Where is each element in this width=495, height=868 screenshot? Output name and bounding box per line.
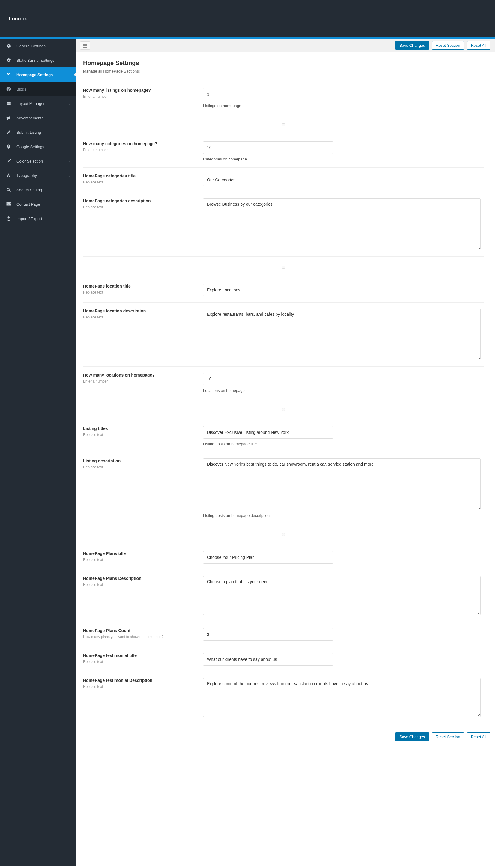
sidebar-item-blogs[interactable]: Blogs <box>0 82 76 96</box>
sidebar-item-label: Contact Page <box>17 202 40 207</box>
sidebar-item-homepage-settings[interactable]: Homepage Settings <box>0 68 76 82</box>
field-subtext: Replace text <box>83 465 196 469</box>
field-title: How many categories on homepage? <box>83 141 196 146</box>
field-title: HomePage testimonial Description <box>83 678 196 683</box>
app-brand: Loco <box>9 16 21 22</box>
field-subtext: Replace text <box>83 433 196 437</box>
sidebar-item-color-selection[interactable]: Color Selection ⌄ <box>0 154 76 168</box>
testimonial-desc-textarea[interactable] <box>203 678 481 717</box>
reset-section-button[interactable]: Reset Section <box>432 41 464 50</box>
field-testimonial-title: HomePage testimonial title Replace text <box>83 647 484 672</box>
field-listings-count: How many listings on homepage? Enter a n… <box>83 82 484 114</box>
field-plans-count: HomePage Plans Count How many plans you … <box>83 622 484 647</box>
field-title: HomePage location description <box>83 308 196 313</box>
field-title: HomePage location title <box>83 284 196 288</box>
sidebar-item-static-banner[interactable]: Static Banner settings <box>0 53 76 68</box>
save-changes-button[interactable]: Save Changes <box>395 41 429 50</box>
sidebar-item-label: Color Selection <box>17 159 43 163</box>
sidebar-item-label: Typography <box>17 173 37 178</box>
testimonial-title-input[interactable] <box>203 653 333 666</box>
section-divider <box>83 256 484 278</box>
sidebar-item-contact-page[interactable]: Contact Page <box>0 197 76 211</box>
sidebar-item-search-setting[interactable]: Search Setting <box>0 182 76 197</box>
list-icon <box>5 100 12 107</box>
field-subtext: Enter a number <box>83 94 196 99</box>
field-subtext: Replace text <box>83 583 196 587</box>
sidebar-item-layout-manager[interactable]: Layout Manager ⌄ <box>0 96 76 111</box>
field-title: HomePage categories title <box>83 174 196 178</box>
field-subtext: Replace text <box>83 315 196 319</box>
sidebar-item-label: Import / Export <box>17 216 42 221</box>
listings-count-input[interactable] <box>203 88 333 101</box>
sidebar-item-general-settings[interactable]: General Settings <box>0 39 76 53</box>
field-title: How many locations on homepage? <box>83 373 196 377</box>
field-listing-titles: Listing titles Replace text Listing post… <box>83 420 484 453</box>
sidebar-item-label: Advertisements <box>17 116 44 120</box>
refresh-icon <box>5 215 12 222</box>
field-subtext: Replace text <box>83 685 196 689</box>
section-divider <box>83 524 484 545</box>
sidebar-item-label: Homepage Settings <box>17 73 53 77</box>
sidebar: General Settings Static Banner settings … <box>0 39 76 866</box>
gear-icon <box>5 57 12 64</box>
search-icon <box>5 186 12 193</box>
field-title: How many listings on homepage? <box>83 88 196 93</box>
sidebar-item-typography[interactable]: Typography ⌄ <box>0 168 76 182</box>
sidebar-item-advertisements[interactable]: Advertisements <box>0 111 76 125</box>
field-title: HomePage testimonial title <box>83 653 196 658</box>
listing-titles-input[interactable] <box>203 426 333 439</box>
location-title-input[interactable] <box>203 284 333 296</box>
field-categories-count: How many categories on homepage? Enter a… <box>83 135 484 167</box>
field-title: HomePage Plans Description <box>83 576 196 581</box>
field-title: Listing titles <box>83 426 196 431</box>
map-pin-icon <box>5 143 12 150</box>
field-plans-desc: HomePage Plans Description Replace text <box>83 570 484 622</box>
sidebar-item-label: Layout Manager <box>17 101 45 106</box>
field-categories-desc: HomePage categories description Replace … <box>83 193 484 256</box>
page-title: Homepage Settings <box>83 60 484 67</box>
categories-title-input[interactable] <box>203 174 333 186</box>
field-categories-title: HomePage categories title Replace text <box>83 167 484 193</box>
save-changes-button-bottom[interactable]: Save Changes <box>395 732 429 741</box>
sidebar-item-label: General Settings <box>17 44 46 48</box>
sidebar-item-label: Blogs <box>17 87 27 91</box>
sidebar-item-import-export[interactable]: Import / Export <box>0 211 76 226</box>
sidebar-item-google-settings[interactable]: Google Settings <box>0 139 76 154</box>
font-icon <box>5 172 12 179</box>
field-title: HomePage Plans title <box>83 551 196 556</box>
sidebar-item-label: Submit Listing <box>17 130 41 135</box>
field-plans-title: HomePage Plans title Replace text <box>83 545 484 570</box>
listing-desc-textarea[interactable] <box>203 458 481 509</box>
field-subtext: Replace text <box>83 290 196 295</box>
reset-all-button[interactable]: Reset All <box>467 41 491 50</box>
plans-desc-textarea[interactable] <box>203 576 481 615</box>
app-header: Loco 1.0 <box>0 0 495 39</box>
reset-all-button-bottom[interactable]: Reset All <box>467 732 491 741</box>
field-help: Locations on homepage <box>203 388 484 393</box>
field-help: Listing posts on homepage title <box>203 442 484 446</box>
categories-desc-textarea[interactable] <box>203 198 481 249</box>
gear-icon <box>5 42 12 50</box>
field-testimonial-desc: HomePage testimonial Description Replace… <box>83 672 484 724</box>
sidebar-item-submit-listing[interactable]: Submit Listing <box>0 125 76 139</box>
field-subtext: Replace text <box>83 558 196 562</box>
chevron-down-icon: ⌄ <box>68 159 71 163</box>
dashboard-icon <box>5 71 12 78</box>
expand-panel-button[interactable] <box>80 41 90 50</box>
envelope-icon <box>5 200 12 208</box>
brush-icon <box>5 157 12 165</box>
field-subtext: Replace text <box>83 180 196 184</box>
reset-section-button-bottom[interactable]: Reset Section <box>432 732 464 741</box>
categories-count-input[interactable] <box>203 141 333 154</box>
locations-count-input[interactable] <box>203 373 333 385</box>
pencil-icon <box>5 129 12 136</box>
field-subtext: Replace text <box>83 205 196 209</box>
location-desc-textarea[interactable] <box>203 308 481 359</box>
bottom-toolbar: Save Changes Reset Section Reset All <box>76 729 495 745</box>
plans-count-input[interactable] <box>203 628 333 641</box>
expand-icon <box>83 43 88 48</box>
field-location-desc: HomePage location description Replace te… <box>83 302 484 367</box>
top-toolbar: Save Changes Reset Section Reset All <box>76 39 495 52</box>
section-divider <box>83 399 484 420</box>
plans-title-input[interactable] <box>203 551 333 564</box>
